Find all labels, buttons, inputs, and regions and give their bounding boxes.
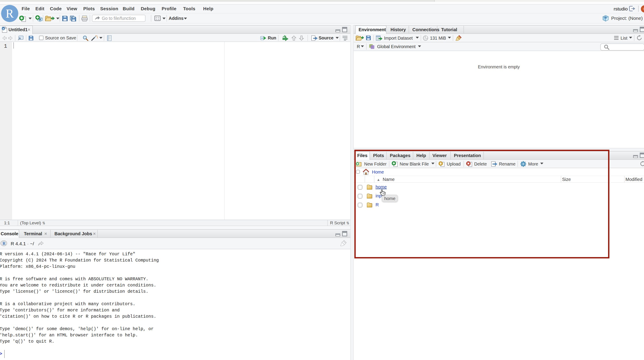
svg-text:R: R: [604, 15, 607, 19]
svg-text:R: R: [2, 27, 5, 30]
svg-text:R: R: [39, 17, 42, 21]
svg-text:R: R: [2, 241, 6, 246]
